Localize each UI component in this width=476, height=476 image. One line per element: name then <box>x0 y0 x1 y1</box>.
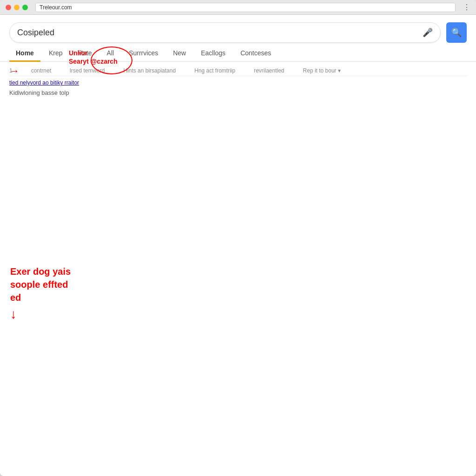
col-rep[interactable]: Rep it to bour ▾ <box>303 67 341 74</box>
maximize-button[interactable] <box>22 5 28 10</box>
title-bar: Treleour.com ⋮ <box>0 0 476 15</box>
tab-surrrvices[interactable]: Surrrvices <box>122 45 165 61</box>
mic-icon[interactable]: 🎤 <box>423 27 433 38</box>
page-wrapper: Treleour.com ⋮ 🎤 🔍 Home Krep Mate <box>0 0 476 476</box>
browser-menu-icon[interactable]: ⋮ <box>463 3 470 12</box>
tab-new[interactable]: New <box>166 45 192 61</box>
col-fromtriip: Hng act fromtriip <box>194 67 235 74</box>
search-input[interactable] <box>17 28 423 38</box>
url-text: Treleour.com <box>40 4 72 11</box>
search-button[interactable]: 🔍 <box>446 22 467 43</box>
tab-mate[interactable]: Mate <box>71 45 98 61</box>
results-area: 1 contrnet lrsed temword Hints an birsap… <box>0 62 476 100</box>
search-bar-area: 🎤 🔍 <box>0 15 476 43</box>
col-temword: lrsed temword <box>70 67 105 74</box>
extra-link-row: tied nelyvord ao bitiky rraitor <box>9 78 467 86</box>
col-birsapia: Hints an birsapiatand <box>123 67 176 74</box>
search-input-wrapper[interactable]: 🎤 <box>9 22 441 43</box>
col-revri: revrilaentled <box>254 67 284 74</box>
page-content: 🎤 🔍 Home Krep Mate All Surrrvices New Ea… <box>0 15 476 476</box>
browser-window: Treleour.com ⋮ 🎤 🔍 Home Krep Mate <box>0 0 476 476</box>
col-contrnet: contrnet <box>31 67 51 74</box>
close-button[interactable] <box>6 5 11 10</box>
url-bar[interactable]: Treleour.com <box>35 3 456 12</box>
nav-tabs: Home Krep Mate All Surrrvices New Eacllo… <box>0 45 476 62</box>
tab-contceses[interactable]: Contceses <box>234 45 278 61</box>
search-icon: 🔍 <box>451 27 462 38</box>
col-num: 1 <box>9 67 13 74</box>
extra-link[interactable]: tied nelyvord ao bitiky rraitor <box>9 79 79 86</box>
result-row-header: 1 contrnet lrsed temword Hints an birsap… <box>9 66 467 76</box>
tab-home[interactable]: Home <box>9 45 40 61</box>
tab-eacllogs[interactable]: Eacllogs <box>194 45 232 61</box>
tab-all[interactable]: All <box>100 45 121 61</box>
tab-krep[interactable]: Krep <box>42 45 69 61</box>
traffic-lights <box>6 5 28 10</box>
minimize-button[interactable] <box>14 5 20 10</box>
result-description: Kidlwloning basse tolp <box>9 89 467 96</box>
